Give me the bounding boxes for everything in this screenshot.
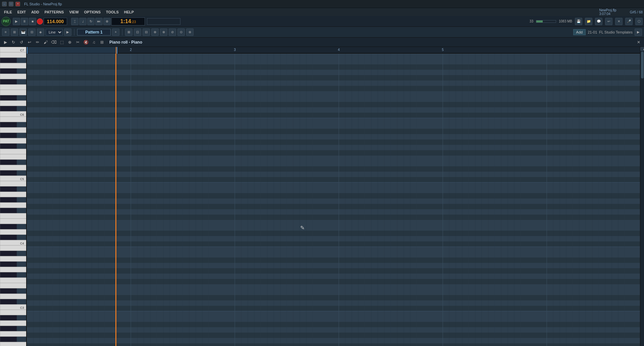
pattern-tool-1[interactable]: ⊠ [125, 28, 132, 36]
close2-icon[interactable]: ✕ [615, 18, 623, 25]
separator-1 [74, 29, 74, 36]
time-position: 3:07:04 [599, 12, 610, 16]
plugin2-icon[interactable]: ◈ [37, 28, 44, 36]
scissors-tool-btn[interactable]: ✂ [74, 39, 81, 46]
add-btn[interactable]: Add [573, 29, 586, 35]
time-main: 1:14 [120, 18, 131, 24]
transport-bar: PAT ▶ ⏸ ■ 114.000 ⌶ ♩ ↻ ⏭ ⊕ 1:14:23 33 1… [0, 16, 644, 27]
file-name: NewProj.flp [599, 8, 616, 12]
loop-tool-btn[interactable]: ↻ [10, 39, 17, 46]
menu-help[interactable]: HELP [121, 9, 137, 15]
line-arrow[interactable]: ▶ [64, 28, 71, 36]
pattern-tool-2[interactable]: ⊡ [134, 28, 141, 36]
key-position: G#5 / 68 [630, 10, 643, 14]
scroll-up-btn[interactable]: ▲ [640, 47, 644, 51]
cpu-count: 33 [530, 19, 533, 23]
template-label: FL Studio Templates [599, 30, 633, 34]
minimize-btn[interactable]: – [2, 2, 7, 6]
grid-area[interactable]: 2345 ✎ [27, 47, 640, 346]
snap-tool-btn[interactable]: ⊞ [99, 39, 105, 46]
pattern-tool-6[interactable]: ⊘ [169, 28, 176, 36]
loop-icon[interactable]: ↻ [87, 18, 95, 25]
title-bar: – □ ✕ FL Studio - NewProj.flp [0, 0, 644, 8]
undo-tool-btn[interactable]: ↩ [26, 39, 33, 46]
mem-label: 1083 MB [559, 19, 572, 23]
volume-slider[interactable] [147, 18, 180, 25]
menu-options[interactable]: OPTIONS [82, 9, 104, 15]
right-panel: Add 21-01 FL Studio Templates ▶ [573, 28, 642, 36]
eraser-tool-btn[interactable]: ⌫ [50, 39, 57, 46]
piano-roll-title: Piano roll - Piano [109, 40, 142, 45]
snap-icon[interactable]: ⌶ [71, 18, 78, 25]
brush-tool-btn[interactable]: 🖌 [42, 39, 49, 46]
pr-close-btn[interactable]: ✕ [635, 39, 642, 46]
file-info-area: NewProj.flp 3:07:04 [599, 8, 616, 16]
bpm-display[interactable]: 114.000 [44, 18, 67, 25]
pattern-tool-8[interactable]: ⊛ [186, 28, 194, 36]
select-tool-btn[interactable]: ⬚ [58, 39, 65, 46]
time-display: 1:14:23 [111, 17, 145, 25]
mute-tool-btn[interactable]: 🔇 [83, 39, 89, 46]
zoom-tool-btn[interactable]: ⊕ [66, 39, 73, 46]
template-arrow[interactable]: ▶ [635, 28, 642, 36]
step-seq-icon[interactable]: ⊞ [11, 28, 18, 36]
menu-tools[interactable]: TOOLS [103, 9, 121, 15]
piano-roll-tools-bar: ▶ ↻ ↺ ↩ ✏ 🖌 ⌫ ⬚ ⊕ ✂ 🔇 ♫ ⊞ Piano roll - P… [0, 38, 644, 47]
cpu-fill [536, 20, 543, 22]
line-mode-select[interactable]: Line [46, 29, 63, 36]
save-icon[interactable]: 💾 [575, 18, 582, 25]
back-tool-btn[interactable]: ↺ [18, 39, 25, 46]
pattern-tool-4[interactable]: ⊕ [151, 28, 159, 36]
pattern-name[interactable]: Pattern 1 [77, 29, 111, 36]
menu-add[interactable]: ADD [29, 9, 42, 15]
menu-file[interactable]: FILE [1, 9, 15, 15]
record-btn[interactable] [37, 18, 43, 24]
timeline-ruler: 2345 [27, 47, 640, 54]
bar-label-4: 5 [442, 48, 444, 52]
pattern-bar: ≡ ⊞ 🎹 ⊟ ◈ Line ▶ Pattern 1 + ⊠ ⊡ ⊟ ⊕ ⊗ ⊘… [0, 27, 644, 38]
pattern-add-btn[interactable]: + [112, 28, 119, 36]
separator-2 [122, 29, 122, 36]
metronome-icon[interactable]: ♩ [79, 18, 87, 25]
bar-label-1: 2 [130, 48, 132, 52]
bar-label-2: 3 [234, 48, 236, 52]
pat-label: PAT [3, 19, 9, 23]
pattern-tool-7[interactable]: ⊙ [177, 28, 185, 36]
bar-label-3: 4 [338, 48, 340, 52]
cpu-bar [536, 20, 556, 23]
piano-roll-main: 2345 ✎ ▲ ▼ [0, 47, 644, 346]
punch-icon[interactable]: ⊕ [103, 18, 111, 25]
piano-keyboard [0, 47, 27, 346]
v-scroll-thumb[interactable] [641, 52, 644, 78]
menu-view[interactable]: VIEW [66, 9, 81, 15]
pattern-tool-5[interactable]: ⊗ [160, 28, 167, 36]
plugin-icon[interactable]: ⬡ [635, 18, 643, 25]
pattern-tool-3[interactable]: ⊟ [143, 28, 150, 36]
skip-icon[interactable]: ⏭ [95, 18, 103, 25]
play-tool-btn[interactable]: ▶ [2, 39, 9, 46]
proj-icon[interactable]: 📁 [585, 18, 592, 25]
piano-roll-icon[interactable]: 🎹 [19, 28, 27, 36]
stop-btn[interactable]: ■ [29, 18, 36, 25]
pencil-tool-btn[interactable]: ✏ [34, 39, 41, 46]
mic-icon[interactable]: 🎤 [625, 18, 633, 25]
maximize-btn[interactable]: □ [9, 2, 13, 6]
play-btn[interactable]: ▶ [13, 18, 20, 25]
note-grid-canvas[interactable] [27, 54, 640, 346]
piano-tool-btn[interactable]: ♫ [91, 39, 97, 46]
chat-icon[interactable]: 💬 [595, 18, 602, 25]
undo-icon[interactable]: ↩ [605, 18, 612, 25]
menu-edit[interactable]: EDIT [15, 9, 29, 15]
system-info: 33 1083 MB 💾 📁 💬 ↩ ✕ 🎤 ⬡ [530, 18, 643, 25]
loop-area [27, 47, 117, 54]
mixer-icon[interactable]: ≡ [2, 28, 9, 36]
close-btn[interactable]: ✕ [15, 2, 20, 6]
menu-patterns[interactable]: PATTERNS [42, 9, 67, 15]
pause-btn[interactable]: ⏸ [21, 18, 28, 25]
fl-logo-btn[interactable]: PAT [1, 17, 11, 26]
browser-icon[interactable]: ⊟ [28, 28, 36, 36]
menu-bar: FILE EDIT ADD PATTERNS VIEW OPTIONS TOOL… [0, 8, 644, 16]
time-sub: :23 [131, 20, 136, 24]
window-title: FL Studio - NewProj.flp [24, 2, 62, 6]
vertical-scrollbar[interactable]: ▲ ▼ [640, 47, 644, 346]
